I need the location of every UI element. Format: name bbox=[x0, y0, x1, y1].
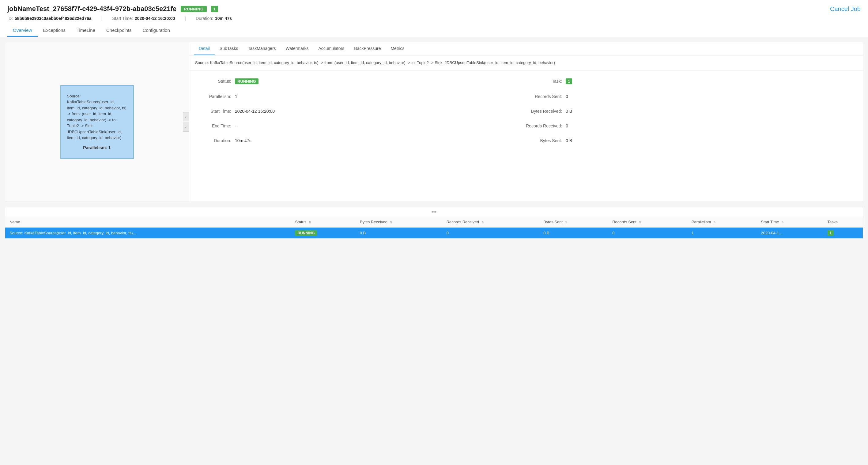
records-sent-value: 0 bbox=[566, 94, 568, 99]
detail-tab-detail[interactable]: Detail bbox=[194, 42, 215, 55]
detail-records-received-row: Records Received: 0 bbox=[526, 119, 857, 133]
parallelism-value: 1 bbox=[235, 94, 237, 99]
detail-end-time-row: End Time: - bbox=[195, 119, 526, 133]
collapse-buttons: › ‹ bbox=[183, 112, 189, 132]
detail-task-row: Task: 1 bbox=[526, 73, 857, 89]
job-id: ID: 58b6b9e2903c0aebb0ef4826d22ed76a bbox=[7, 16, 92, 21]
detail-tab-subtasks[interactable]: SubTasks bbox=[215, 42, 243, 55]
duration-value: 10m 47s bbox=[235, 138, 251, 143]
duration-label: Duration: bbox=[195, 138, 235, 143]
main-tabs: Overview Exceptions TimeLine Checkpoints… bbox=[7, 25, 861, 37]
sort-records-received-icon: ⇅ bbox=[482, 221, 484, 224]
detail-records-sent-row: Records Sent: 0 bbox=[526, 89, 857, 104]
col-name: Name bbox=[5, 217, 291, 227]
status-label: Status: bbox=[195, 79, 235, 84]
node-text: Source: KafkaTableSource(user_id, item_i… bbox=[67, 93, 127, 141]
row-name: Source: KafkaTableSource(user_id, item_i… bbox=[5, 227, 291, 239]
top-bar: jobNameTest_27658f7f-c429-43f4-972b-aba0… bbox=[0, 0, 868, 37]
detail-panel: Detail SubTasks TaskManagers Watermarks … bbox=[189, 42, 863, 202]
start-time-label: Start Time: bbox=[195, 109, 235, 114]
sort-records-sent-icon: ⇅ bbox=[639, 221, 641, 224]
records-sent-label: Records Sent: bbox=[526, 94, 566, 99]
col-records-sent[interactable]: Records Sent ⇅ bbox=[608, 217, 687, 227]
detail-duration-row: Duration: 10m 47s bbox=[195, 133, 526, 148]
sort-bytes-received-icon: ⇅ bbox=[390, 221, 392, 224]
row-bytes-received: 0 B bbox=[355, 227, 442, 239]
tab-checkpoints[interactable]: Checkpoints bbox=[101, 25, 137, 37]
table-row[interactable]: Source: KafkaTableSource(user_id, item_i… bbox=[5, 227, 863, 239]
row-records-received: 0 bbox=[442, 227, 539, 239]
task-label: Task: bbox=[526, 79, 566, 84]
expand-right-button[interactable]: › bbox=[183, 112, 189, 121]
row-records-sent: 0 bbox=[608, 227, 687, 239]
detail-tab-backpressure[interactable]: BackPressure bbox=[349, 42, 385, 55]
detail-tab-taskmanagers[interactable]: TaskManagers bbox=[243, 42, 281, 55]
detail-start-time-row: Start Time: 2020-04-12 16:20:00 bbox=[195, 104, 526, 119]
sort-parallelism-icon: ⇅ bbox=[713, 221, 716, 224]
node-parallelism: Parallelism: 1 bbox=[67, 145, 127, 151]
running-badge: RUNNING bbox=[181, 6, 207, 12]
job-start-time: Start Time: 2020-04-12 16:20:00 bbox=[112, 16, 175, 21]
detail-description: Source: KafkaTableSource(user_id, item_i… bbox=[189, 56, 863, 70]
status-value: RUNNING bbox=[235, 79, 258, 84]
bytes-received-value: 0 B bbox=[566, 109, 572, 114]
bytes-sent-label: Bytes Sent: bbox=[526, 138, 566, 143]
end-time-label: End Time: bbox=[195, 123, 235, 128]
job-meta: ID: 58b6b9e2903c0aebb0ef4826d22ed76a | S… bbox=[7, 16, 861, 25]
task-value: 1 bbox=[566, 79, 572, 84]
data-table: Name Status ⇅ Bytes Received ⇅ Records R… bbox=[5, 217, 863, 238]
tab-configuration[interactable]: Configuration bbox=[137, 25, 176, 37]
sort-status-icon: ⇅ bbox=[309, 221, 311, 224]
sort-bytes-sent-icon: ⇅ bbox=[565, 221, 567, 224]
job-title-row: jobNameTest_27658f7f-c429-43f4-972b-aba0… bbox=[7, 5, 218, 13]
tab-overview[interactable]: Overview bbox=[7, 25, 38, 37]
parallelism-label: Parallelism: bbox=[195, 94, 235, 99]
records-received-label: Records Received: bbox=[526, 123, 566, 128]
task-count-badge: 1 bbox=[211, 6, 218, 12]
graph-panel: Source: KafkaTableSource(user_id, item_i… bbox=[5, 42, 189, 202]
row-bytes-sent: 0 B bbox=[539, 227, 608, 239]
detail-parallelism-row: Parallelism: 1 bbox=[195, 89, 526, 104]
end-time-value: - bbox=[235, 123, 237, 128]
graph-node[interactable]: Source: KafkaTableSource(user_id, item_i… bbox=[60, 85, 134, 159]
main-content: Source: KafkaTableSource(user_id, item_i… bbox=[5, 42, 863, 202]
sort-start-time-icon: ⇅ bbox=[781, 221, 784, 224]
col-status[interactable]: Status ⇅ bbox=[291, 217, 355, 227]
row-tasks-badge: 1 bbox=[828, 230, 834, 236]
detail-tabs: Detail SubTasks TaskManagers Watermarks … bbox=[189, 42, 863, 56]
col-bytes-received[interactable]: Bytes Received ⇅ bbox=[355, 217, 442, 227]
job-name: jobNameTest_27658f7f-c429-43f4-972b-aba0… bbox=[7, 5, 177, 13]
dots-toggle[interactable]: ••• bbox=[5, 207, 863, 217]
col-tasks: Tasks bbox=[823, 217, 863, 227]
detail-bytes-received-row: Bytes Received: 0 B bbox=[526, 104, 857, 119]
job-duration: Duration: 10m 47s bbox=[196, 16, 232, 21]
bytes-sent-value: 0 B bbox=[566, 138, 572, 143]
row-start-time: 2020-04-1... bbox=[756, 227, 823, 239]
col-bytes-sent[interactable]: Bytes Sent ⇅ bbox=[539, 217, 608, 227]
row-running-badge: RUNNING bbox=[295, 230, 317, 236]
detail-bytes-sent-row: Bytes Sent: 0 B bbox=[526, 133, 857, 148]
job-header: jobNameTest_27658f7f-c429-43f4-972b-aba0… bbox=[7, 5, 861, 13]
detail-tab-metrics[interactable]: Metrics bbox=[385, 42, 409, 55]
detail-tab-watermarks[interactable]: Watermarks bbox=[281, 42, 314, 55]
detail-tab-accumulators[interactable]: Accumulators bbox=[313, 42, 349, 55]
records-received-value: 0 bbox=[566, 123, 568, 128]
row-status: RUNNING bbox=[291, 227, 355, 239]
col-parallelism[interactable]: Parallelism ⇅ bbox=[687, 217, 756, 227]
collapse-left-button[interactable]: ‹ bbox=[183, 123, 189, 132]
col-records-received[interactable]: Records Received ⇅ bbox=[442, 217, 539, 227]
start-time-value: 2020-04-12 16:20:00 bbox=[235, 109, 275, 114]
col-start-time[interactable]: Start Time ⇅ bbox=[756, 217, 823, 227]
detail-grid: Status: RUNNING Task: 1 Parallelism: 1 R… bbox=[189, 70, 863, 151]
bytes-received-label: Bytes Received: bbox=[526, 109, 566, 114]
row-parallelism: 1 bbox=[687, 227, 756, 239]
tab-exceptions[interactable]: Exceptions bbox=[38, 25, 71, 37]
detail-status-row: Status: RUNNING bbox=[195, 73, 526, 89]
tab-timeline[interactable]: TimeLine bbox=[71, 25, 101, 37]
bottom-section: ••• Name Status ⇅ Bytes Received ⇅ Recor… bbox=[5, 207, 863, 239]
row-tasks: 1 bbox=[823, 227, 863, 239]
cancel-job-button[interactable]: Cancel Job bbox=[830, 5, 861, 12]
